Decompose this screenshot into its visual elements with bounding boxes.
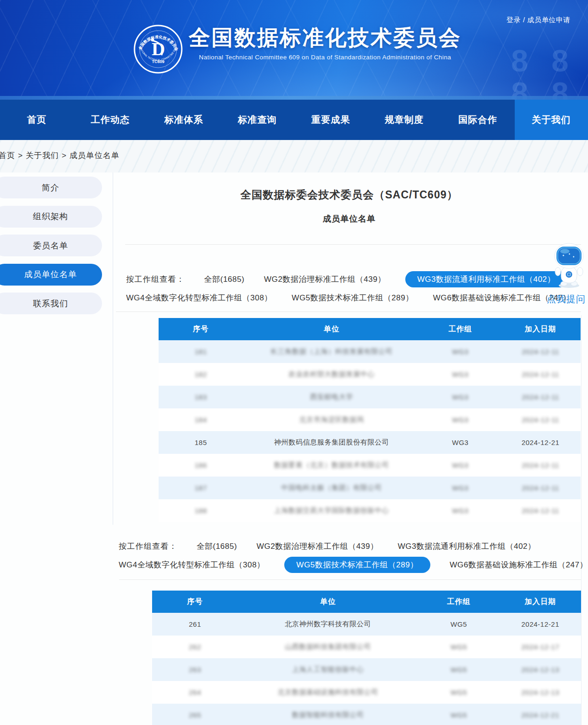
- filter-option[interactable]: 全部(1685): [204, 274, 244, 285]
- table-cell: 农业农村部大数据发展中心: [243, 363, 420, 386]
- table-cell: 181: [159, 340, 243, 363]
- table-cell: 2024-12-11: [500, 340, 581, 363]
- filter-option[interactable]: WG5数据技术标准工作组（289）: [292, 293, 414, 303]
- table-row: 182农业农村部大数据发展中心WG32024-12-11: [159, 363, 581, 386]
- login-link[interactable]: 登录 / 成员单位申请: [506, 16, 570, 25]
- table-cell: 265: [152, 704, 238, 725]
- site-title: 全国数据标准化技术委员会: [189, 24, 461, 51]
- page: 8 8 8 8 登录 / 成员单位申请 全国数据标准化技术委员会 NATIONA…: [0, 0, 588, 725]
- table-row: 188上海数据交易大学国际数据创新中心WG32024-12-11: [159, 499, 581, 522]
- table-cell: 183: [159, 386, 243, 408]
- table-cell: 186: [159, 454, 243, 477]
- table-header-cell: 工作组: [420, 318, 500, 340]
- table-header-cell: 加入日期: [499, 591, 581, 613]
- nav-item[interactable]: 规章制度: [368, 100, 441, 140]
- table-cell: 2024-12-17: [499, 636, 581, 658]
- filter-option[interactable]: WG5数据技术标准工作组（289）: [284, 557, 430, 573]
- table-cell: WG3: [420, 408, 500, 431]
- table-cell: 263: [152, 658, 238, 681]
- table-cell: 185: [159, 431, 243, 454]
- nav-item[interactable]: 标准查询: [221, 100, 294, 140]
- page-subtitle: 成员单位名单: [115, 213, 583, 224]
- site-subtitle: National Technical Committee 609 on Data…: [189, 54, 461, 61]
- table-cell: 2024-12-11: [500, 363, 581, 386]
- table-cell: WG5: [418, 704, 500, 725]
- table-cell: WG3: [420, 386, 500, 408]
- table-row: 183西安邮电大学WG32024-12-11: [159, 386, 581, 408]
- table-cell: 北京神州数字科技有限公司: [238, 613, 418, 636]
- table-cell: 上海人工智能创新中心: [238, 658, 418, 681]
- member-table-wg3: 序号单位工作组加入日期181长三角数据（上海）科技发展有限公司WG32024-1…: [159, 318, 581, 522]
- sidebar-item[interactable]: 联系我们: [0, 293, 102, 314]
- table-cell: 数据智能科技有限公司: [238, 704, 418, 725]
- table-header-row: 序号单位工作组加入日期: [152, 591, 581, 613]
- filter-option[interactable]: WG4全域数字化转型标准工作组（308）: [119, 560, 265, 570]
- table-cell: WG3: [420, 477, 500, 499]
- filter-option[interactable]: WG4全域数字化转型标准工作组（308）: [126, 293, 272, 303]
- table-cell: WG3: [420, 340, 500, 363]
- sidebar-item[interactable]: 组织架构: [0, 206, 102, 228]
- table-header-cell: 序号: [159, 318, 243, 340]
- divider: [125, 244, 581, 245]
- table-row: 186数据要素（北京）数据技术有限公司WG32024-12-11: [159, 454, 581, 477]
- table-cell: 数据要素（北京）数据技术有限公司: [243, 454, 420, 477]
- nav-item[interactable]: 国际合作: [441, 100, 515, 140]
- nav-item[interactable]: 工作动态: [74, 100, 147, 140]
- sidebar-item[interactable]: 委员名单: [0, 235, 102, 256]
- nav-item[interactable]: 标准体系: [147, 100, 221, 140]
- table-cell: WG3: [420, 431, 500, 454]
- brand: 全国数据标准化技术委员会 NATIONAL TECHNICAL COMMITTE…: [133, 24, 461, 74]
- nav-item[interactable]: 关于我们: [515, 100, 588, 140]
- table-header-cell: 序号: [152, 591, 238, 613]
- filter-option[interactable]: WG6数据基础设施标准工作组（247）: [450, 560, 588, 570]
- table-cell: 2024-12-21: [499, 613, 581, 636]
- table-cell: 187: [159, 477, 243, 499]
- filter-option[interactable]: WG3数据流通利用标准工作组（402）: [398, 541, 536, 552]
- table-cell: 2024-12-13: [499, 658, 581, 681]
- table-cell: 2024-12-11: [500, 386, 581, 408]
- table-header-cell: 单位: [243, 318, 420, 340]
- breadcrumb[interactable]: 首页 > 关于我们 > 成员单位名单: [0, 150, 120, 161]
- committee-logo-icon: 全国数据标准化技术委员会 NATIONAL TECHNICAL COMMITTE…: [133, 24, 183, 74]
- table-cell: 中国电科太极（集团）有限公司: [243, 477, 420, 499]
- table-cell: WG5: [418, 636, 500, 658]
- table-cell: 北京市海淀区数据局: [243, 408, 420, 431]
- main-nav: 首页工作动态标准体系标准查询重要成果规章制度国际合作关于我们: [0, 100, 588, 140]
- table-cell: 上海数据交易大学国际数据创新中心: [243, 499, 420, 522]
- filter-label: 按工作组查看：: [119, 541, 177, 552]
- table-cell: 山西数据科技集团有限公司: [238, 636, 418, 658]
- divider: [116, 312, 581, 312]
- table-cell: 261: [152, 613, 238, 636]
- member-table-wg5: 序号单位工作组加入日期261北京神州数字科技有限公司WG52024-12-212…: [152, 591, 581, 725]
- table-row: 187中国电科太极（集团）有限公司WG32024-12-11: [159, 477, 581, 499]
- table-cell: WG3: [420, 499, 500, 522]
- ask-me-link[interactable]: 点我提问: [544, 293, 588, 305]
- table-cell: 2024-12-13: [499, 681, 581, 704]
- table-cell: 2024-12-11: [500, 477, 581, 499]
- table-cell: WG3: [420, 363, 500, 386]
- filter-label: 按工作组查看：: [126, 274, 185, 285]
- sidebar-item[interactable]: 简介: [0, 177, 102, 198]
- table-header-cell: 单位: [238, 591, 418, 613]
- table-cell: 188: [159, 499, 243, 522]
- divider: [119, 579, 581, 580]
- filter-option[interactable]: 全部(1685): [197, 541, 237, 552]
- divider-vertical-right: [581, 315, 582, 725]
- workgroup-filter-1: 按工作组查看：全部(1685)WG2数据治理标准工作组（439）WG3数据流通利…: [126, 271, 571, 308]
- table-cell: 西安邮电大学: [243, 386, 420, 408]
- table-cell: 2024-12-21: [500, 431, 581, 454]
- nav-item[interactable]: 首页: [0, 100, 74, 140]
- filter-option[interactable]: WG2数据治理标准工作组（439）: [264, 274, 386, 285]
- assistant-robot-icon[interactable]: [551, 243, 587, 290]
- filter-option[interactable]: WG3数据流通利用标准工作组（402）: [405, 271, 568, 287]
- table-cell: 2024-12-11: [500, 408, 581, 431]
- filter-option[interactable]: WG2数据治理标准工作组（439）: [256, 541, 378, 552]
- table-cell: 262: [152, 636, 238, 658]
- sidebar-item[interactable]: 成员单位名单: [0, 264, 102, 286]
- table-row: 264北京数据基础设施科技有限公司WG52024-12-13: [152, 681, 581, 704]
- sidebar: 简介组织架构委员名单成员单位名单联系我们: [0, 177, 102, 322]
- nav-item[interactable]: 重要成果: [294, 100, 368, 140]
- table-cell: WG5: [418, 613, 500, 636]
- table-cell: WG5: [418, 658, 500, 681]
- table-cell: 神州数码信息服务集团股份有限公司: [243, 431, 420, 454]
